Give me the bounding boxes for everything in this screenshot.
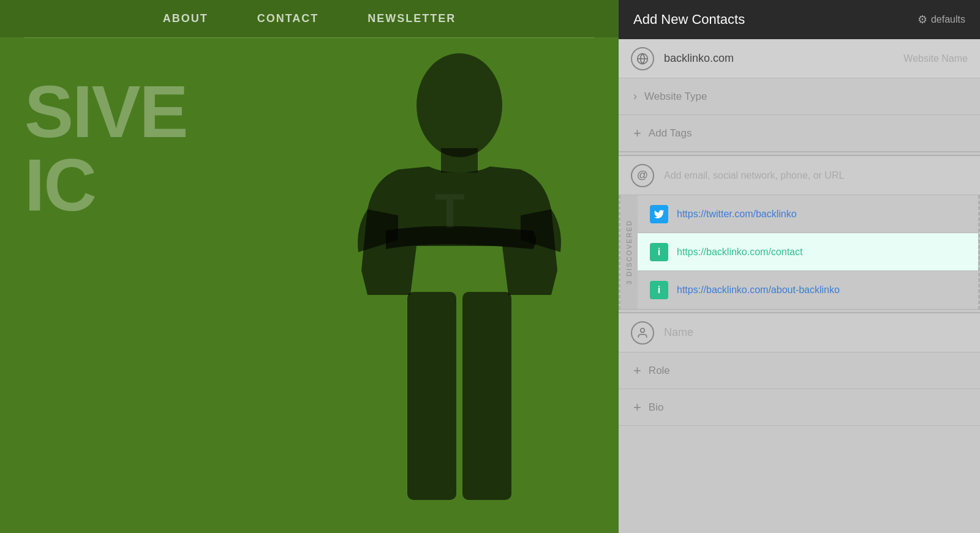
- chevron-right-icon: ›: [633, 90, 637, 103]
- person-image: T: [300, 26, 619, 503]
- panel-title: Add New Contacts: [633, 12, 745, 28]
- discovered-container: 3 DISCOVERED https://twitter.com/backlin…: [619, 195, 980, 310]
- website-name-placeholder: Website Name: [903, 53, 968, 64]
- svg-point-7: [641, 328, 645, 332]
- name-row[interactable]: Name: [619, 313, 980, 352]
- name-section: Name + Role + Bio: [619, 312, 980, 426]
- person-icon: [631, 321, 654, 345]
- nav-newsletter[interactable]: NEWSLETTER: [368, 12, 456, 25]
- website-block: backlinko.com Website Name › Website Typ…: [619, 39, 980, 152]
- person-silhouette: T: [312, 50, 606, 503]
- twitter-icon: [650, 205, 668, 223]
- svg-rect-1: [441, 148, 478, 173]
- user-icon: [636, 327, 649, 339]
- plus-tags-icon: +: [633, 125, 641, 141]
- plus-bio-icon: +: [633, 400, 641, 416]
- defaults-label: defaults: [931, 14, 965, 25]
- website-url-text: backlinko.com: [664, 52, 903, 65]
- defaults-button[interactable]: ⚙ defaults: [918, 13, 965, 26]
- contact-section-header[interactable]: @ Add email, social network, phone, or U…: [619, 156, 980, 195]
- discovered-item-contact[interactable]: i https://backlinko.com/contact: [638, 233, 978, 271]
- panel-content[interactable]: backlinko.com Website Name › Website Typ…: [619, 39, 980, 533]
- discovered-item-about[interactable]: i https://backlinko.com/about-backlinko: [638, 271, 978, 309]
- nav-about[interactable]: ABOUT: [163, 12, 208, 25]
- name-placeholder: Name: [664, 326, 693, 339]
- website-type-label: Website Type: [644, 91, 707, 103]
- discovered-label: 3 DISCOVERED: [620, 195, 638, 309]
- add-tags-label: Add Tags: [649, 127, 692, 140]
- website-type-row[interactable]: › Website Type: [619, 78, 980, 115]
- discovered-items-list: https://twitter.com/backlinko i https://…: [638, 195, 978, 309]
- website-url-row[interactable]: backlinko.com Website Name: [619, 39, 980, 78]
- gear-icon: ⚙: [918, 13, 927, 26]
- globe-icon: [636, 53, 649, 65]
- add-contact-placeholder: Add email, social network, phone, or URL: [664, 170, 844, 181]
- role-label: Role: [649, 365, 670, 377]
- at-icon: @: [631, 164, 654, 187]
- website-preview: ABOUT CONTACT NEWSLETTER SIVEIC: [0, 0, 619, 533]
- about-url: https://backlinko.com/about-backlinko: [677, 285, 840, 296]
- nav-contact[interactable]: CONTACT: [257, 12, 319, 25]
- svg-rect-2: [407, 292, 456, 500]
- info-icon-contact: i: [650, 243, 668, 261]
- twitter-url: https://twitter.com/backlinko: [677, 209, 797, 220]
- plus-role-icon: +: [633, 363, 641, 379]
- add-bio-row[interactable]: + Bio: [619, 389, 980, 426]
- add-tags-row[interactable]: + Add Tags: [619, 115, 980, 152]
- website-circle-icon: [631, 47, 654, 70]
- info-icon-about: i: [650, 281, 668, 299]
- add-role-row[interactable]: + Role: [619, 352, 980, 389]
- panel-header: Add New Contacts ⚙ defaults: [619, 0, 980, 39]
- contact-section: @ Add email, social network, phone, or U…: [619, 155, 980, 310]
- svg-point-0: [417, 53, 502, 157]
- twitter-bird-icon: [654, 209, 665, 220]
- discovered-item-twitter[interactable]: https://twitter.com/backlinko: [638, 195, 978, 233]
- contact-url: https://backlinko.com/contact: [677, 247, 802, 258]
- website-content: SIVEIC T: [0, 38, 619, 258]
- bio-label: Bio: [649, 401, 664, 414]
- contacts-panel: Add New Contacts ⚙ defaults backlinko.co…: [619, 0, 980, 533]
- svg-rect-3: [462, 292, 511, 500]
- svg-text:T: T: [435, 184, 465, 238]
